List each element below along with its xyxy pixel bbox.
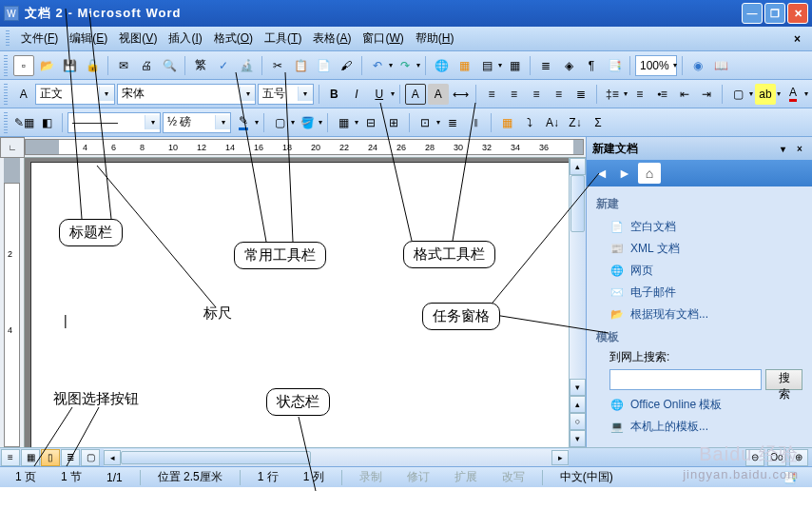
read-mode-icon[interactable]: 📖 xyxy=(710,55,731,76)
nav-back-icon[interactable]: ◄ xyxy=(590,163,613,184)
border-button[interactable]: ▢▾ xyxy=(727,84,753,105)
view-normal-button[interactable]: ≡ xyxy=(1,449,20,466)
style-combo[interactable]: 正文▾ xyxy=(35,84,114,105)
align-center-icon[interactable]: ≡ xyxy=(504,84,525,105)
view-web-button[interactable]: ▦ xyxy=(21,449,40,466)
print-preview-icon[interactable]: 🔍 xyxy=(159,55,180,76)
link-email[interactable]: ✉️电子邮件 xyxy=(596,282,802,304)
line-weight-combo[interactable]: ½ 磅▾ xyxy=(163,112,231,133)
view-print-button[interactable]: ▯ xyxy=(41,449,60,466)
distribute-rows-icon[interactable]: ≣ xyxy=(442,112,463,133)
link-webpage[interactable]: 🌐网页 xyxy=(596,260,802,282)
scroll-left-icon[interactable]: ◂ xyxy=(104,450,121,465)
search-icon[interactable]: 🔬 xyxy=(236,55,257,76)
copy-icon[interactable]: 📋 xyxy=(290,55,311,76)
menu-window[interactable]: 窗口(W) xyxy=(357,29,409,49)
vertical-scrollbar[interactable]: ▴ ▾ ▴ ○ ▾ xyxy=(569,158,586,447)
scroll-up-icon[interactable]: ▴ xyxy=(570,158,586,175)
toolbar-handle[interactable] xyxy=(4,55,8,76)
status-rev[interactable]: 修订 xyxy=(399,469,437,485)
maximize-button[interactable]: ❐ xyxy=(764,3,785,24)
menu-edit[interactable]: 编辑(E) xyxy=(64,29,113,49)
redo-button[interactable]: ↷▾ xyxy=(395,55,420,76)
undo-button[interactable]: ↶▾ xyxy=(367,55,393,76)
text-direction-icon[interactable]: ⤵ xyxy=(519,112,540,133)
new-icon[interactable]: ▫ xyxy=(13,55,34,76)
minimize-button[interactable]: — xyxy=(742,3,763,24)
taskpane-close-icon[interactable]: × xyxy=(793,142,806,155)
research-icon[interactable]: ✓ xyxy=(213,55,234,76)
help-icon[interactable]: ◉ xyxy=(687,55,708,76)
scroll-right-icon[interactable]: ▸ xyxy=(551,450,569,465)
bold-button[interactable]: B xyxy=(324,84,345,105)
eraser-icon[interactable]: ◧ xyxy=(36,112,57,133)
horizontal-ruler[interactable]: 4 6 8 10 12 14 16 18 20 22 24 26 28 30 3… xyxy=(25,139,584,155)
open-icon[interactable]: 📂 xyxy=(36,55,57,76)
prev-page-icon[interactable]: ▴ xyxy=(570,396,586,413)
align-justify-icon[interactable]: ≡ xyxy=(549,84,570,105)
menu-help[interactable]: 帮助(H) xyxy=(410,29,460,49)
underline-button[interactable]: U▾ xyxy=(369,84,395,105)
paste-icon[interactable]: 📄 xyxy=(313,55,334,76)
save-icon[interactable]: 💾 xyxy=(59,55,80,76)
spellcheck-icon[interactable]: 繁 xyxy=(190,55,211,76)
toolbar-handle[interactable] xyxy=(4,84,8,105)
show-formatting-icon[interactable]: 📑 xyxy=(604,55,625,76)
link-xml-doc[interactable]: 📰XML 文档 xyxy=(596,238,802,260)
doc-close-button[interactable]: × xyxy=(788,32,806,46)
columns-icon[interactable]: ≣ xyxy=(535,55,556,76)
sort-asc-icon[interactable]: A↓ xyxy=(542,112,563,133)
permissions-icon[interactable]: 🔓 xyxy=(82,55,103,76)
line-spacing-button[interactable]: ‡≡▾ xyxy=(602,84,628,105)
numbering-icon[interactable]: ≡ xyxy=(629,84,650,105)
distribute-icon[interactable]: ≣ xyxy=(570,84,591,105)
menu-table[interactable]: 表格(A) xyxy=(307,29,357,49)
char-shading-button[interactable]: A xyxy=(428,84,449,105)
insert-table-button[interactable]: ▤▾ xyxy=(476,55,502,76)
highlight-button[interactable]: ab▾ xyxy=(755,84,781,105)
menu-view[interactable]: 视图(V) xyxy=(113,29,163,49)
drawing-icon[interactable]: ◈ xyxy=(558,55,579,76)
format-painter-icon[interactable]: 🖌 xyxy=(336,55,357,76)
char-border-button[interactable]: A xyxy=(405,84,426,105)
horizontal-scrollbar[interactable]: ◂ ▸ xyxy=(104,449,569,466)
link-from-existing[interactable]: 📂根据现有文档... xyxy=(596,304,802,325)
search-button[interactable]: 搜索 xyxy=(765,369,802,390)
align-right-icon[interactable]: ≡ xyxy=(526,84,547,105)
italic-button[interactable]: I xyxy=(346,84,367,105)
view-outline-button[interactable]: ≣ xyxy=(61,449,80,466)
status-rec[interactable]: 录制 xyxy=(352,469,390,485)
indent-decrease-icon[interactable]: ⇤ xyxy=(674,84,695,105)
scroll-down-icon[interactable]: ▾ xyxy=(570,379,586,396)
insert-table-button[interactable]: ▦▾ xyxy=(333,112,358,133)
borders-button[interactable]: ▢▾ xyxy=(269,112,295,133)
font-combo[interactable]: 宋体▾ xyxy=(117,84,257,105)
next-page-icon[interactable]: ▾ xyxy=(570,430,586,447)
size-combo[interactable]: 五号▾ xyxy=(258,84,314,105)
merge-cells-icon[interactable]: ⊟ xyxy=(360,112,381,133)
menu-format[interactable]: 格式(O) xyxy=(208,29,259,49)
template-search-input[interactable] xyxy=(609,369,762,390)
styles-pane-icon[interactable]: A xyxy=(13,84,34,105)
view-reading-button[interactable]: ▢ xyxy=(81,449,100,466)
menu-insert[interactable]: 插入(I) xyxy=(163,29,207,49)
taskpane-dropdown-icon[interactable]: ▾ xyxy=(776,142,789,155)
border-color-button[interactable]: ✎▾ xyxy=(233,112,259,133)
draw-table-icon[interactable]: ✎▦ xyxy=(13,112,34,133)
email-icon[interactable]: ✉ xyxy=(113,55,134,76)
nav-home-icon[interactable]: ⌂ xyxy=(638,163,661,184)
distribute-cols-icon[interactable]: ⦀ xyxy=(465,112,486,133)
toolbar-handle[interactable] xyxy=(6,30,10,48)
link-local-templates[interactable]: 💻本机上的模板... xyxy=(596,416,802,438)
nav-forward-icon[interactable]: ► xyxy=(613,163,636,184)
autoformat-icon[interactable]: ▦ xyxy=(496,112,517,133)
cut-icon[interactable]: ✂ xyxy=(267,55,288,76)
scroll-thumb[interactable] xyxy=(121,451,311,464)
char-scaling-icon[interactable]: ⟷ xyxy=(451,84,472,105)
menu-file[interactable]: 文件(F) xyxy=(15,29,64,49)
split-cells-icon[interactable]: ⊞ xyxy=(383,112,404,133)
autosum-icon[interactable]: Σ xyxy=(588,112,609,133)
status-language[interactable]: 中文(中国) xyxy=(552,469,621,485)
tab-selector[interactable]: ∟ xyxy=(0,137,25,158)
link-blank-doc[interactable]: 📄空白文档 xyxy=(596,216,802,238)
